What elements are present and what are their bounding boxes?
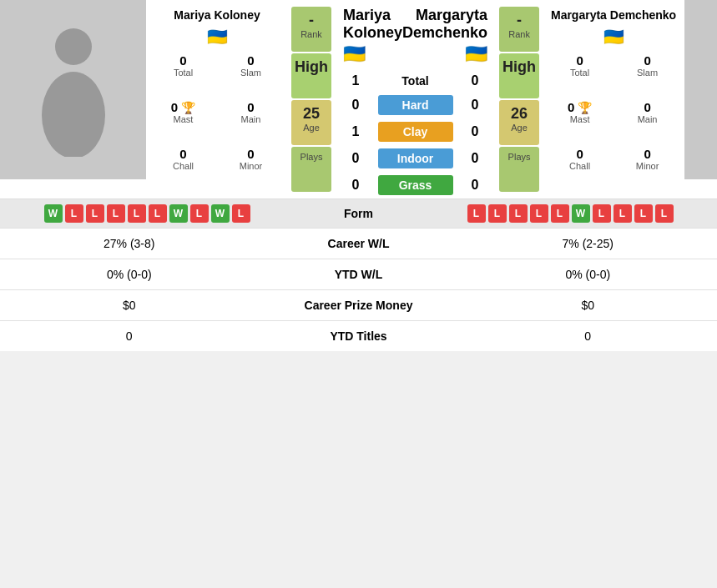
left-chall-value: 0 (179, 147, 186, 161)
career-wl-row: 27% (3-8) Career W/L 7% (2-25) (0, 228, 717, 259)
ytd-titles-label: YTD Titles (250, 329, 467, 343)
left-slam-stat: 0 Slam (220, 53, 281, 97)
left-main-label: Main (241, 114, 261, 124)
left-player-flag: 🇺🇦 (153, 27, 281, 47)
right-main-label: Main (638, 114, 658, 124)
total-right-score: 0 (462, 73, 487, 88)
right-high-box: High (499, 53, 539, 98)
left-slam-value: 0 (247, 53, 254, 68)
left-main-value: 0 (247, 100, 254, 114)
career-prize-row: $0 Career Prize Money $0 (0, 289, 717, 320)
svg-point-0 (55, 28, 92, 65)
left-total-stat: 0 Total (153, 53, 214, 97)
right-rank-label: Rank (502, 29, 536, 39)
ytd-wl-left: 0% (0-0) (8, 268, 250, 281)
left-high-box: High (291, 53, 331, 98)
right-chall-label: Chall (569, 161, 590, 171)
career-prize-label: Career Prize Money (250, 299, 467, 312)
ytd-titles-right: 0 (467, 329, 709, 343)
left-player-info: Mariya Koloney 🇺🇦 0 Total 0 Slam 0 🏆 Mas… (146, 0, 288, 199)
right-slam-stat: 0 Slam (617, 53, 678, 97)
grass-row: 0 Grass 0 (335, 172, 496, 199)
hard-left-score: 0 (343, 98, 368, 113)
career-prize-left: $0 (8, 299, 250, 312)
right-minor-label: Minor (636, 161, 659, 171)
total-left-score: 1 (343, 73, 368, 88)
left-form-badge: L (128, 204, 146, 223)
left-form-badge: L (149, 204, 167, 223)
right-mast-value: 0 🏆 (568, 100, 592, 114)
indoor-left-score: 0 (343, 151, 368, 166)
left-form-badge: L (107, 204, 125, 223)
svg-point-1 (42, 72, 105, 157)
career-wl-left: 27% (3-8) (8, 237, 250, 250)
left-center-stats: - Rank High 25 Age Plays (288, 0, 335, 199)
career-prize-right: $0 (467, 299, 709, 312)
left-rank-label: Rank (295, 29, 328, 39)
right-form-badge: L (467, 204, 486, 223)
right-stats-grid: 0 Total 0 Slam 0 🏆 Mast 0 Main (549, 53, 678, 190)
main-container: Mariya Koloney 🇺🇦 0 Total 0 Slam 0 🏆 Mas… (0, 0, 717, 351)
clay-left-score: 1 (343, 124, 368, 139)
clay-right-score: 0 (462, 124, 487, 139)
left-form-badge: W (169, 204, 188, 223)
left-player-photo (0, 0, 146, 179)
left-form-badge: L (232, 204, 250, 223)
left-plays-box: Plays (291, 147, 331, 192)
center-right-name: Margaryta Demchenko (402, 7, 487, 42)
center-left-flag: 🇺🇦 (343, 43, 366, 65)
left-main-stat: 0 Main (220, 100, 281, 143)
left-mast-label: Mast (174, 114, 194, 124)
right-mast-stat: 0 🏆 Mast (549, 100, 610, 143)
left-total-value: 0 (179, 53, 186, 68)
left-minor-value: 0 (247, 147, 254, 161)
right-chall-value: 0 (576, 147, 583, 161)
right-form-badge: W (572, 204, 590, 223)
hard-badge: Hard (378, 95, 453, 115)
career-wl-right: 7% (2-25) (467, 237, 709, 250)
right-trophy-icon: 🏆 (578, 101, 592, 114)
right-form-badge: L (655, 204, 674, 223)
left-chall-stat: 0 Chall (153, 147, 214, 190)
total-row: 1 Total 0 (335, 70, 496, 92)
grass-badge: Grass (378, 175, 453, 195)
right-slam-value: 0 (644, 53, 650, 68)
right-form-badge: L (551, 204, 569, 223)
left-age-label: Age (295, 123, 328, 133)
right-center-stats: - Rank High 26 Age Plays (496, 0, 543, 199)
right-player-name: Margaryta Demchenko (549, 8, 678, 22)
right-main-value: 0 (644, 100, 650, 114)
right-high-value: High (502, 58, 536, 76)
right-player-flag: 🇺🇦 (549, 27, 678, 47)
left-slam-label: Slam (240, 68, 261, 78)
ytd-wl-label: YTD W/L (250, 268, 467, 281)
right-plays-label: Plays (502, 152, 536, 162)
clay-row: 1 Clay 0 (335, 118, 496, 145)
ytd-titles-row: 0 YTD Titles 0 (0, 320, 717, 351)
left-total-label: Total (174, 68, 193, 78)
left-age-value: 25 (295, 105, 328, 123)
left-form-badge: L (65, 204, 83, 223)
right-minor-value: 0 (644, 147, 650, 161)
indoor-right-score: 0 (462, 151, 487, 166)
right-form-badges: LLLLLWLLLL (467, 204, 709, 223)
left-minor-label: Minor (240, 161, 263, 171)
indoor-row: 0 Indoor 0 (335, 145, 496, 172)
left-form-badge: L (86, 204, 104, 223)
right-minor-stat: 0 Minor (617, 147, 678, 190)
right-form-badge: L (613, 204, 632, 223)
right-total-value: 0 (576, 53, 583, 68)
right-total-label: Total (570, 68, 589, 78)
right-form-badge: L (488, 204, 507, 223)
right-age-box: 26 Age (499, 100, 539, 145)
left-high-value: High (295, 58, 328, 76)
right-form-badge: L (509, 204, 528, 223)
right-player-info: Margaryta Demchenko 🇺🇦 0 Total 0 Slam 0 … (543, 0, 684, 199)
left-form-badges: WLLLLLWLWL (8, 204, 250, 223)
ytd-wl-row: 0% (0-0) YTD W/L 0% (0-0) (0, 259, 717, 289)
right-total-stat: 0 Total (549, 53, 610, 97)
right-rank-value: - (502, 12, 536, 29)
center-right-flag: 🇺🇦 (465, 43, 487, 65)
clay-badge: Clay (378, 122, 453, 142)
left-stats-grid: 0 Total 0 Slam 0 🏆 Mast 0 Main (153, 53, 281, 190)
